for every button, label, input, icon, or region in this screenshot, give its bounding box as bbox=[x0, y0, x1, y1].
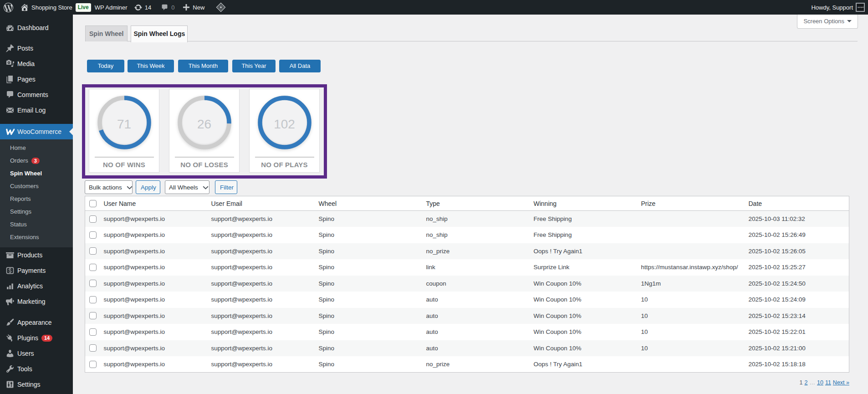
page-link-11[interactable]: 11 bbox=[825, 379, 831, 386]
select-all-checkbox[interactable] bbox=[89, 200, 97, 207]
sidebar-item-media[interactable]: Media bbox=[0, 56, 73, 72]
sidebar-item-marketing[interactable]: Marketing bbox=[0, 294, 73, 309]
new-label: New bbox=[193, 4, 204, 11]
page-link-2[interactable]: 2 bbox=[805, 379, 808, 386]
sidebar-item-plugins[interactable]: Plugins14 bbox=[0, 330, 73, 346]
chevron-down-icon bbox=[203, 186, 209, 189]
cell-date: 2025-10-02 15:26:05 bbox=[745, 243, 849, 260]
sidebar-subitem-status[interactable]: Status bbox=[0, 218, 73, 231]
cell-type: auto bbox=[423, 292, 530, 308]
row-checkbox[interactable] bbox=[89, 264, 97, 271]
sidebar-item-label: WooCommerce bbox=[17, 128, 61, 135]
column-header-winning: Winning bbox=[530, 196, 638, 211]
sidebar-item-label: Marketing bbox=[17, 298, 45, 305]
table-row: support@wpexperts.iosupport@wpexperts.io… bbox=[85, 259, 849, 276]
howdy-label: Howdy, Support bbox=[811, 4, 853, 11]
menu-separator bbox=[0, 309, 73, 315]
sidebar-item-settings[interactable]: Settings bbox=[0, 377, 73, 392]
cell-type: auto bbox=[423, 324, 530, 340]
sidebar-item-pages[interactable]: Pages bbox=[0, 72, 73, 87]
updates-link[interactable]: 14 bbox=[131, 0, 155, 15]
sidebar-item-woocommerce[interactable]: WooCommerce bbox=[0, 124, 73, 139]
bulk-actions-select[interactable]: Bulk actions bbox=[85, 180, 133, 194]
sidebar-subitem-customers[interactable]: Customers bbox=[0, 180, 73, 193]
wheel-filter-select[interactable]: All Wheels bbox=[165, 180, 209, 194]
sidebar-subitem-home[interactable]: Home bbox=[0, 142, 73, 154]
pages-icon bbox=[5, 75, 15, 84]
wordpress-logo-icon bbox=[4, 3, 13, 12]
spin-wheel-logs-table: User NameUser EmailWheelTypeWinningPrize… bbox=[85, 196, 849, 373]
sidebar-item-dashboard[interactable]: Dashboard bbox=[0, 20, 73, 36]
sidebar-subitem-settings[interactable]: Settings bbox=[0, 205, 73, 218]
sidebar-item-payments[interactable]: Payments bbox=[0, 263, 73, 278]
sidebar-item-posts[interactable]: Posts bbox=[0, 41, 73, 56]
sidebar-subitem-spin-wheel[interactable]: Spin Wheel bbox=[0, 167, 73, 180]
table-row: support@wpexperts.iosupport@wpexperts.io… bbox=[85, 356, 849, 373]
sidebar-item-appearance[interactable]: Appearance bbox=[0, 315, 73, 330]
cell-wheel: Spino bbox=[315, 276, 423, 292]
sidebar-item-analytics[interactable]: Analytics bbox=[0, 278, 73, 294]
tab-spin-wheel[interactable]: Spin Wheel bbox=[85, 26, 128, 41]
all-data-button[interactable]: All Data bbox=[279, 60, 321, 72]
table-row: support@wpexperts.iosupport@wpexperts.io… bbox=[85, 276, 849, 292]
row-checkbox[interactable] bbox=[89, 312, 97, 319]
menu-separator bbox=[0, 15, 73, 20]
sidebar-item-email-log[interactable]: Email Log bbox=[0, 102, 73, 118]
sidebar-item-label: Comments bbox=[17, 91, 48, 98]
stat-label: NO OF PLAYS bbox=[250, 161, 319, 169]
cell-date: 2025-10-02 15:24:09 bbox=[745, 292, 849, 308]
row-checkbox[interactable] bbox=[89, 231, 97, 239]
sidebar-item-users[interactable]: Users bbox=[0, 346, 73, 361]
spin-wheel-adminbar-item[interactable] bbox=[208, 0, 230, 15]
cell-wheel: Spino bbox=[315, 227, 423, 243]
filter-button[interactable]: Filter bbox=[215, 180, 237, 194]
this-week-button[interactable]: This Week bbox=[128, 60, 174, 72]
sidebar-item-products[interactable]: Products bbox=[0, 247, 73, 263]
row-checkbox[interactable] bbox=[89, 328, 97, 336]
wp-adminer-link[interactable]: WP Adminer bbox=[91, 0, 131, 15]
cell-date: 2025-10-02 15:24:50 bbox=[745, 276, 849, 292]
cell-type: auto bbox=[423, 340, 530, 357]
next-page-link[interactable]: Next » bbox=[833, 379, 849, 386]
row-checkbox[interactable] bbox=[89, 280, 97, 287]
sidebar-item-tools[interactable]: Tools bbox=[0, 361, 73, 377]
row-checkbox[interactable] bbox=[89, 215, 97, 223]
site-name-link[interactable]: Shopping Store bbox=[17, 0, 74, 15]
sidebar-subitem-extensions[interactable]: Extensions bbox=[0, 231, 73, 244]
new-content-link[interactable]: New bbox=[178, 0, 208, 15]
sidebar-subitem-reports[interactable]: Reports bbox=[0, 193, 73, 205]
account-menu[interactable]: Howdy, Support wpexperts bbox=[807, 0, 868, 15]
cell-user-name: support@wpexperts.io bbox=[100, 259, 208, 276]
apply-button[interactable]: Apply bbox=[136, 180, 160, 194]
cell-type: link bbox=[423, 259, 530, 276]
count-badge: 3 bbox=[31, 158, 40, 164]
tab-spin-wheel-logs[interactable]: Spin Wheel Logs bbox=[131, 26, 188, 42]
this-year-button[interactable]: This Year bbox=[232, 60, 276, 72]
row-checkbox[interactable] bbox=[89, 296, 97, 303]
this-month-button[interactable]: This Month bbox=[178, 60, 228, 72]
stat-divider bbox=[95, 157, 154, 158]
page-link-10[interactable]: 10 bbox=[817, 379, 823, 386]
cell-type: no_prize bbox=[423, 243, 530, 260]
sidebar-subitem-label: Spin Wheel bbox=[10, 170, 42, 177]
column-header-type: Type bbox=[423, 196, 530, 211]
cell-prize: 10 bbox=[638, 324, 745, 340]
donut-chart: 102 bbox=[258, 96, 311, 149]
cell-user-name: support@wpexperts.io bbox=[100, 324, 208, 340]
sidebar-item-label: Media bbox=[17, 60, 35, 67]
sidebar-item-comments[interactable]: Comments bbox=[0, 87, 73, 102]
today-button[interactable]: Today bbox=[87, 60, 124, 72]
row-checkbox[interactable] bbox=[89, 344, 97, 352]
cell-winning: Free Shipping bbox=[530, 227, 638, 243]
row-checkbox[interactable] bbox=[89, 361, 97, 368]
row-checkbox[interactable] bbox=[89, 247, 97, 255]
tab-bar: Spin WheelSpin Wheel Logs bbox=[85, 26, 858, 41]
table-row: support@wpexperts.iosupport@wpexperts.io… bbox=[85, 211, 849, 227]
cell-date: 2025-10-02 15:21:00 bbox=[745, 340, 849, 357]
sidebar-subitem-orders[interactable]: Orders3 bbox=[0, 154, 73, 167]
comments-link[interactable]: 0 bbox=[155, 0, 178, 15]
wordpress-menu[interactable] bbox=[0, 0, 17, 15]
table-row: support@wpexperts.iosupport@wpexperts.io… bbox=[85, 308, 849, 324]
menu-separator bbox=[0, 118, 73, 124]
cell-prize bbox=[638, 227, 745, 243]
